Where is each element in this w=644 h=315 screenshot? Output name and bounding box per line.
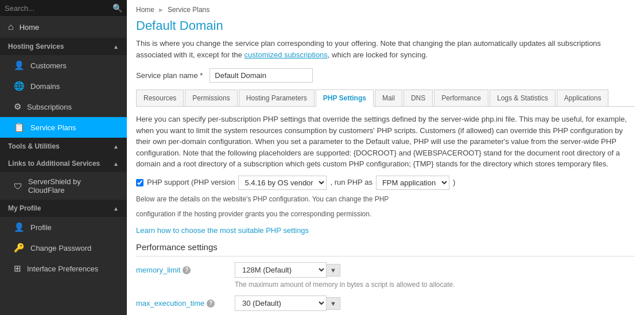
memory-limit-help-icon[interactable]: ? [183,266,191,274]
sidebar-item-customers[interactable]: 👤 Customers [0,55,127,76]
sidebar-section-tools-utilities[interactable]: Tools & Utilities ▲ [0,138,127,155]
sidebar-section-hosting-services[interactable]: Hosting Services ▲ [0,38,127,55]
max-execution-dropdown-btn[interactable]: ▼ [327,297,340,310]
max-execution-row: max_execution_time ? 30 (Default) ▼ The … [136,295,635,315]
sidebar-item-domains[interactable]: 🌐 Domains [0,76,127,96]
memory-limit-row: memory_limit ? 128M (Default) ▼ The maxi… [136,262,635,290]
tab-mail[interactable]: Mail [375,90,402,106]
memory-limit-label: memory_limit ? [136,262,228,276]
plan-name-row: Service plan name * [127,66,644,90]
interface-icon: ⊞ [14,263,21,274]
subscriptions-icon: ⚙ [14,102,21,112]
tab-resources[interactable]: Resources [136,90,184,106]
php-support-checkbox[interactable] [136,179,143,186]
links-additional-label: Links to Additional Services [8,160,100,168]
sidebar-section-links-additional[interactable]: Links to Additional Services ▲ [0,155,127,172]
php-support-label: PHP support (PHP version [147,177,235,188]
php-version-select[interactable]: 5.4.16 by OS vendor [238,176,327,190]
php-below-text-2: configuration if the hosting provider gr… [136,209,635,219]
sidebar-item-interface-preferences[interactable]: ⊞ Interface Preferences [0,258,127,279]
php-run-as-label: , run PHP as [330,177,372,188]
memory-limit-hint: The maximum amount of memory in bytes a … [235,279,455,290]
tab-applications[interactable]: Applications [557,90,609,106]
search-bar[interactable]: 🔍 [0,0,127,16]
tab-permissions[interactable]: Permissions [185,90,237,106]
php-end-label: ) [453,177,455,188]
breadcrumb-current: Service Plans [168,6,210,14]
max-execution-select-wrap: 30 (Default) ▼ [235,295,474,311]
service-plans-icon: 📋 [14,122,25,133]
memory-limit-control: 128M (Default) ▼ The maximum amount of m… [235,262,455,290]
performance-settings-title: Performance settings [136,241,635,257]
php-below-text-1: Below are the details on the website's P… [136,195,635,204]
sidebar-item-profile[interactable]: 👤 Profile [0,217,127,238]
max-execution-label: max_execution_time ? [136,295,228,309]
max-execution-hint: The maximum time in seconds a script is … [235,313,474,315]
breadcrumb-separator: ► [158,6,164,13]
max-execution-select[interactable]: 30 (Default) [235,295,327,311]
plan-name-label: Service plan name * [136,71,203,80]
memory-limit-dropdown-btn[interactable]: ▼ [327,264,340,277]
search-icon: 🔍 [112,3,122,13]
sidebar: 🔍 ⌂ Home Hosting Services ▲ 👤 Customers … [0,0,127,315]
chevron-up-icon3: ▲ [113,205,119,212]
sidebar-item-home[interactable]: ⌂ Home [0,16,127,38]
plan-name-input[interactable] [210,68,313,83]
tab-php-settings[interactable]: PHP Settings [316,90,374,107]
search-input[interactable] [5,4,109,13]
page-description: This is where you change the service pla… [127,38,644,66]
tools-utilities-label: Tools & Utilities [8,142,60,150]
learn-php-link[interactable]: Learn how to choose the most suitable PH… [136,225,635,236]
tabs: Resources Permissions Hosting Parameters… [136,90,635,107]
hosting-services-label: Hosting Services [8,42,64,50]
max-execution-help-icon[interactable]: ? [207,300,215,308]
php-settings-description: Here you can specify per-subscription PH… [136,114,635,170]
sidebar-section-my-profile[interactable]: My Profile ▲ [0,200,127,217]
breadcrumb: Home ► Service Plans [127,0,644,16]
customers-icon: 👤 [14,60,25,71]
my-profile-label: My Profile [8,204,41,212]
domains-icon: 🌐 [14,81,25,91]
tab-performance[interactable]: Performance [434,90,488,106]
php-support-row: PHP support (PHP version 5.4.16 by OS ve… [136,176,635,190]
home-icon: ⌂ [8,22,14,32]
sidebar-item-service-plans[interactable]: 📋 Service Plans [0,117,127,138]
sidebar-item-change-password[interactable]: 🔑 Change Password [0,238,127,258]
memory-limit-select[interactable]: 128M (Default) [235,262,327,278]
breadcrumb-home[interactable]: Home [136,6,154,14]
tab-logs-statistics[interactable]: Logs & Statistics [490,90,556,106]
profile-icon: 👤 [14,222,25,232]
sidebar-item-subscriptions[interactable]: ⚙ Subscriptions [0,96,127,117]
php-run-select[interactable]: FPM application [376,176,449,190]
chevron-up-icon: ▲ [113,44,119,50]
php-settings-content: Here you can specify per-subscription PH… [127,107,644,315]
tab-hosting-parameters[interactable]: Hosting Parameters [239,90,315,106]
key-icon: 🔑 [14,243,25,253]
memory-limit-select-wrap: 128M (Default) ▼ [235,262,455,278]
chevron-icon: ▲ [113,143,119,150]
max-execution-control: 30 (Default) ▼ The maximum time in secon… [235,295,474,315]
sidebar-item-servershield[interactable]: 🛡 ServerShield byCloudFlare [0,172,127,200]
customized-link[interactable]: customized subscriptions [245,50,328,59]
page-title: Default Domain [127,16,644,38]
sidebar-home-label: Home [20,23,40,32]
main-content: Home ► Service Plans Default Domain This… [127,0,644,315]
tab-dns[interactable]: DNS [404,90,433,106]
chevron-up-icon2: ▲ [113,161,119,167]
servershield-icon: 🛡 [14,181,22,191]
